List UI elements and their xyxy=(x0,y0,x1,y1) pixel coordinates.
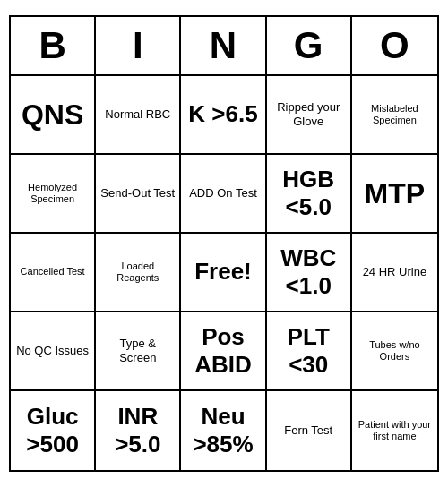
cell-text-3: Ripped your Glove xyxy=(271,100,347,128)
bingo-cell-14: 24 HR Urine xyxy=(352,234,437,312)
bingo-cell-1: Normal RBC xyxy=(96,76,181,155)
cell-text-19: Tubes w/no Orders xyxy=(356,339,434,363)
cell-text-18: PLT <30 xyxy=(271,323,347,379)
bingo-cell-5: Hemolyzed Specimen xyxy=(11,155,96,234)
cell-text-6: Send-Out Test xyxy=(100,186,175,201)
cell-text-10: Cancelled Test xyxy=(21,266,85,278)
bingo-cell-10: Cancelled Test xyxy=(11,234,96,312)
bingo-cell-22: Neu >85% xyxy=(181,391,266,470)
bingo-cell-9: MTP xyxy=(352,155,437,234)
cell-text-2: K >6.5 xyxy=(188,100,257,128)
bingo-card: BINGO QNSNormal RBCK >6.5Ripped your Glo… xyxy=(9,15,439,472)
header-letter-n: N xyxy=(181,17,266,74)
header-letter-b: B xyxy=(11,17,96,74)
bingo-cell-15: No QC Issues xyxy=(11,312,96,391)
bingo-cell-4: Mislabeled Specimen xyxy=(352,76,437,155)
bingo-cell-16: Type & Screen xyxy=(96,312,181,391)
bingo-cell-2: K >6.5 xyxy=(181,76,266,155)
header-letter-o: O xyxy=(352,17,437,74)
bingo-cell-19: Tubes w/no Orders xyxy=(352,312,437,391)
cell-text-7: ADD On Test xyxy=(189,186,257,201)
header-letter-g: G xyxy=(267,17,352,74)
cell-text-1: Normal RBC xyxy=(105,107,170,122)
cell-text-5: Hemolyzed Specimen xyxy=(14,182,90,205)
cell-text-22: Neu >85% xyxy=(185,403,261,458)
cell-text-15: No QC Issues xyxy=(16,344,89,358)
cell-text-20: Gluc >500 xyxy=(14,403,90,458)
bingo-header: BINGO xyxy=(11,17,437,76)
cell-text-21: INR >5.0 xyxy=(99,403,176,458)
cell-text-4: Mislabeled Specimen xyxy=(356,103,434,126)
bingo-cell-17: Pos ABID xyxy=(181,312,266,391)
bingo-grid: QNSNormal RBCK >6.5Ripped your GloveMisl… xyxy=(11,76,437,470)
bingo-cell-8: HGB <5.0 xyxy=(267,155,352,234)
bingo-cell-18: PLT <30 xyxy=(267,312,352,391)
cell-text-14: 24 HR Urine xyxy=(363,265,427,279)
cell-text-12: Free! xyxy=(194,258,252,286)
bingo-cell-20: Gluc >500 xyxy=(11,391,96,470)
bingo-cell-0: QNS xyxy=(11,76,96,155)
cell-text-8: HGB <5.0 xyxy=(271,166,347,221)
cell-text-23: Fern Test xyxy=(284,423,332,438)
cell-text-16: Type & Screen xyxy=(99,337,176,364)
bingo-cell-6: Send-Out Test xyxy=(96,155,181,234)
cell-text-0: QNS xyxy=(22,98,83,132)
bingo-cell-3: Ripped your Glove xyxy=(267,76,352,155)
bingo-cell-24: Patient with your first name xyxy=(352,391,437,470)
cell-text-13: WBC <1.0 xyxy=(271,244,347,300)
cell-text-17: Pos ABID xyxy=(185,323,261,379)
bingo-cell-7: ADD On Test xyxy=(181,155,266,234)
bingo-cell-11: Loaded Reagents xyxy=(96,234,181,312)
cell-text-11: Loaded Reagents xyxy=(99,261,176,284)
bingo-cell-13: WBC <1.0 xyxy=(267,234,352,312)
header-letter-i: I xyxy=(96,17,181,74)
bingo-cell-23: Fern Test xyxy=(267,391,352,470)
cell-text-9: MTP xyxy=(365,176,426,210)
bingo-cell-21: INR >5.0 xyxy=(96,391,181,470)
cell-text-24: Patient with your first name xyxy=(356,419,434,442)
bingo-cell-12: Free! xyxy=(181,234,266,312)
